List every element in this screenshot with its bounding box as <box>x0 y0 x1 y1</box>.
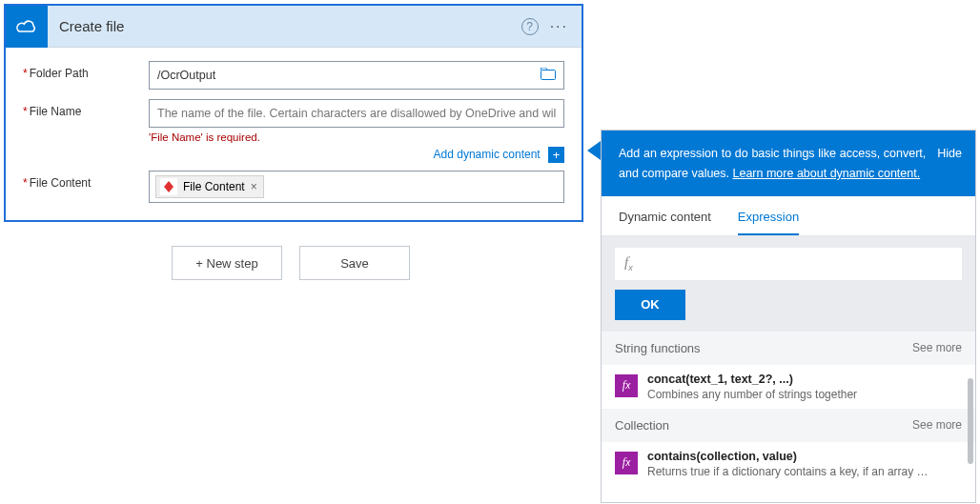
file-name-label: *File Name <box>23 99 149 118</box>
file-content-token[interactable]: File Content × <box>155 175 264 198</box>
save-button[interactable]: Save <box>299 246 410 280</box>
folder-path-input[interactable] <box>157 69 541 82</box>
plus-icon[interactable]: + <box>548 147 564 163</box>
token-label: File Content <box>183 180 245 193</box>
fx-icon: fx <box>624 254 633 272</box>
file-name-row: *File Name 'File Name' is required. Add … <box>23 99 564 163</box>
section-title: Collection <box>615 418 669 433</box>
see-more-collection[interactable]: See more <box>912 418 962 432</box>
expression-panel: Add an expression to do basic things lik… <box>601 130 976 503</box>
dynamic-content-row: Add dynamic content + <box>149 147 564 163</box>
token-remove-icon[interactable]: × <box>251 180 257 193</box>
section-collection: Collection See more <box>602 409 975 442</box>
api-icon <box>160 178 177 195</box>
fn-title: concat(text_1, text_2?, ...) <box>647 373 857 386</box>
fx-badge-icon: fx <box>615 452 638 474</box>
file-name-error: 'File Name' is required. <box>149 131 564 143</box>
panel-callout-arrow <box>587 141 601 160</box>
file-name-input-wrap[interactable] <box>149 99 564 128</box>
fx-badge-icon: fx <box>615 374 638 397</box>
tab-dynamic-content[interactable]: Dynamic content <box>619 210 711 235</box>
scrollbar-thumb[interactable] <box>968 378 973 464</box>
fn-title: contains(collection, value) <box>647 450 933 463</box>
card-title: Create file <box>48 18 521 34</box>
more-icon[interactable]: ··· <box>550 18 568 35</box>
fn-contains[interactable]: fx contains(collection, value) Returns t… <box>602 442 975 486</box>
tab-expression[interactable]: Expression <box>738 210 799 235</box>
ok-button[interactable]: OK <box>615 290 685 320</box>
card-header: Create file ? ··· <box>6 6 582 48</box>
panel-header: Add an expression to do basic things lik… <box>602 131 975 196</box>
section-string-functions: String functions See more <box>602 332 975 365</box>
folder-picker-icon[interactable] <box>541 68 556 83</box>
cloud-icon <box>6 6 48 48</box>
see-more-string[interactable]: See more <box>912 341 962 354</box>
action-row: + New step Save <box>172 246 410 280</box>
svg-marker-1 <box>164 181 174 192</box>
help-icon[interactable]: ? <box>521 18 539 35</box>
add-dynamic-content-link[interactable]: Add dynamic content <box>434 148 541 161</box>
expression-input[interactable]: fx <box>615 248 962 280</box>
create-file-card: Create file ? ··· *Folder Path *File Nam… <box>4 4 583 222</box>
folder-path-label: *Folder Path <box>23 61 149 80</box>
expression-editor-area: fx OK <box>602 236 975 332</box>
file-name-input[interactable] <box>157 107 556 120</box>
panel-tabs: Dynamic content Expression <box>602 196 975 236</box>
folder-path-row: *Folder Path <box>23 61 564 90</box>
fn-desc: Returns true if a dictionary contains a … <box>647 465 933 478</box>
section-title: String functions <box>615 341 701 355</box>
file-content-row: *File Content File Content × <box>23 171 564 203</box>
fn-desc: Combines any number of strings together <box>647 388 857 401</box>
hide-button[interactable]: Hide <box>937 144 962 185</box>
file-content-input[interactable]: File Content × <box>149 171 564 203</box>
svg-rect-0 <box>541 71 556 80</box>
folder-path-input-wrap[interactable] <box>149 61 564 90</box>
learn-more-link[interactable]: Learn more about dynamic content. <box>733 167 921 180</box>
file-content-label: *File Content <box>23 171 149 190</box>
card-body: *Folder Path *File Name 'File Name' is r… <box>6 48 582 220</box>
new-step-button[interactable]: + New step <box>172 246 282 280</box>
fn-concat[interactable]: fx concat(text_1, text_2?, ...) Combines… <box>602 365 975 409</box>
